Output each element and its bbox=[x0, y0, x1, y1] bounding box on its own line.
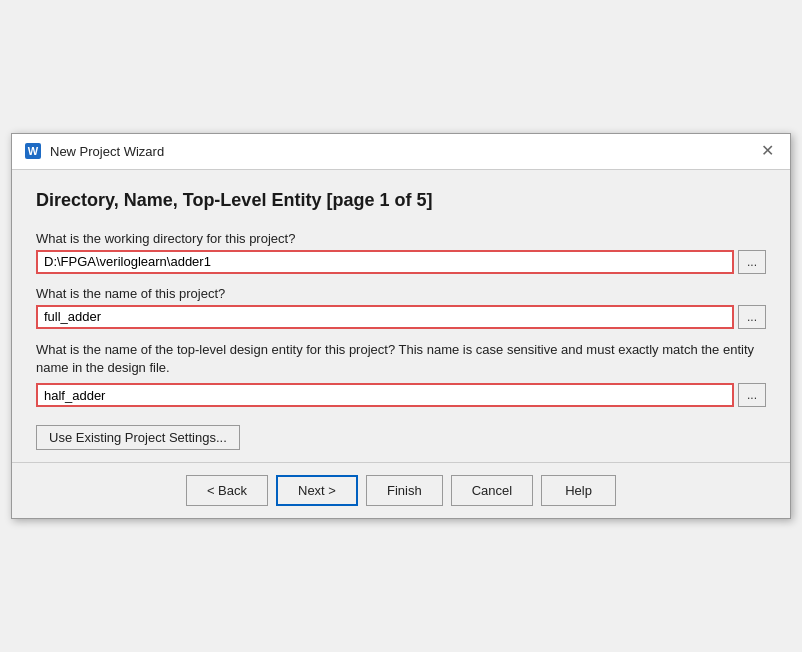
dialog-footer: < Back Next > Finish Cancel Help bbox=[12, 462, 790, 518]
titlebar: W New Project Wizard ✕ bbox=[12, 134, 790, 170]
finish-button[interactable]: Finish bbox=[366, 475, 443, 506]
new-project-wizard-dialog: W New Project Wizard ✕ Directory, Name, … bbox=[11, 133, 791, 519]
page-heading: Directory, Name, Top-Level Entity [page … bbox=[36, 190, 766, 211]
project-name-row: ... bbox=[36, 305, 766, 329]
project-name-browse-button[interactable]: ... bbox=[738, 305, 766, 329]
top-level-entity-browse-button[interactable]: ... bbox=[738, 383, 766, 407]
titlebar-left: W New Project Wizard bbox=[24, 142, 164, 160]
working-dir-label: What is the working directory for this p… bbox=[36, 231, 766, 246]
close-button[interactable]: ✕ bbox=[757, 143, 778, 159]
top-level-entity-label: What is the name of the top-level design… bbox=[36, 341, 766, 377]
dialog-title: New Project Wizard bbox=[50, 144, 164, 159]
use-existing-settings-button[interactable]: Use Existing Project Settings... bbox=[36, 425, 240, 450]
project-name-input[interactable] bbox=[36, 305, 734, 329]
working-dir-input[interactable] bbox=[36, 250, 734, 274]
svg-text:W: W bbox=[28, 145, 39, 157]
wizard-icon: W bbox=[24, 142, 42, 160]
working-dir-row: ... bbox=[36, 250, 766, 274]
working-dir-browse-button[interactable]: ... bbox=[738, 250, 766, 274]
top-level-entity-row: ... bbox=[36, 383, 766, 407]
cancel-button[interactable]: Cancel bbox=[451, 475, 533, 506]
project-name-label: What is the name of this project? bbox=[36, 286, 766, 301]
next-button[interactable]: Next > bbox=[276, 475, 358, 506]
back-button[interactable]: < Back bbox=[186, 475, 268, 506]
dialog-content: Directory, Name, Top-Level Entity [page … bbox=[12, 170, 790, 462]
help-button[interactable]: Help bbox=[541, 475, 616, 506]
top-level-entity-input[interactable] bbox=[36, 383, 734, 407]
